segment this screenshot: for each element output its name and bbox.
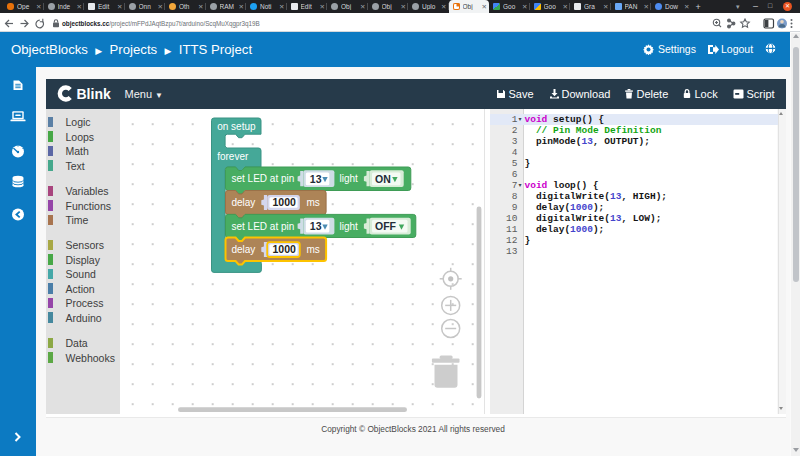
svg-text:1000: 1000	[273, 242, 297, 254]
svg-text:delay: delay	[231, 244, 255, 255]
svg-text:forever: forever	[217, 150, 249, 161]
svg-text:ON: ON	[375, 172, 391, 184]
svg-text:set LED at pin: set LED at pin	[232, 173, 295, 184]
svg-text:ms: ms	[306, 197, 319, 208]
svg-text:13: 13	[310, 219, 322, 231]
svg-text:13: 13	[310, 172, 322, 184]
svg-text:1000: 1000	[273, 195, 297, 207]
svg-text:set LED at pin: set LED at pin	[232, 220, 295, 231]
svg-text:on setup: on setup	[217, 120, 256, 131]
svg-text:light: light	[340, 173, 359, 184]
svg-text:light: light	[340, 220, 359, 231]
svg-text:OFF: OFF	[375, 219, 397, 231]
svg-text:ms: ms	[306, 244, 319, 255]
svg-text:delay: delay	[231, 197, 255, 208]
